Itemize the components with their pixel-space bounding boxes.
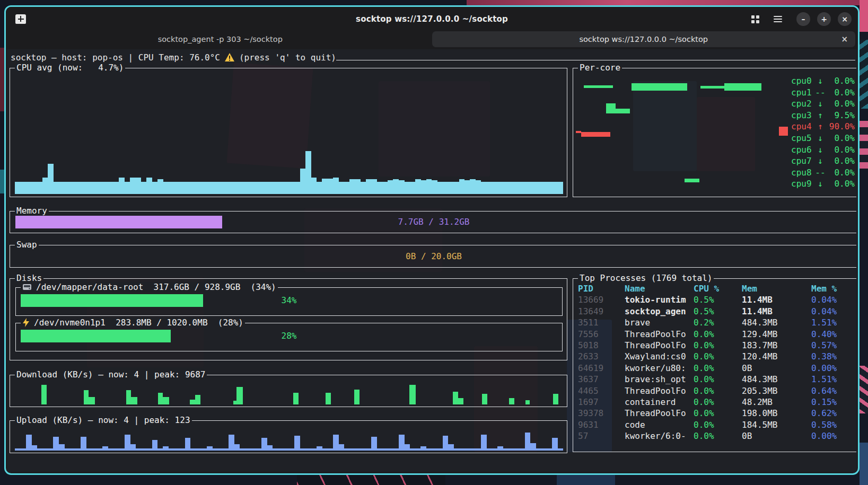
cpu-history-bar: [81, 182, 86, 194]
process-mem-pct: 0.00%: [811, 363, 854, 374]
process-mem: 184.5MB: [742, 419, 811, 430]
upload-bar: [481, 435, 487, 451]
layout-grid-icon[interactable]: [751, 15, 759, 23]
core-trend-icon: --: [813, 87, 827, 99]
core-trend-icon: ↓: [813, 75, 827, 87]
menu-icon[interactable]: [774, 16, 782, 22]
upload-bar: [376, 448, 382, 451]
process-row[interactable]: 57kworker/6:0-0.0%0B0.00%: [578, 430, 854, 442]
download-bar: [293, 393, 299, 404]
tab-close-icon[interactable]: ×: [841, 34, 848, 44]
per-core-list: cpu0↓0.0%cpu1--0.0%cpu2↓0.0%cpu3↑9.5%cpu…: [791, 75, 855, 190]
cpu-history-bar: [240, 182, 246, 194]
upload-bar: [125, 435, 130, 451]
column-header[interactable]: CPU %: [694, 283, 742, 294]
core-sparkline-segment: [700, 86, 724, 89]
upload-bar: [212, 448, 218, 451]
cpu-history-bar: [536, 182, 541, 194]
memory-gauge-label: 7.7GB / 31.2GB: [10, 217, 856, 227]
wallpaper-shape: [860, 443, 868, 485]
column-header[interactable]: Mem: [742, 283, 811, 294]
quit-hint-text: (press 'q' to quit): [239, 52, 336, 63]
process-mem-pct: 0.04%: [811, 294, 854, 305]
maximize-button[interactable]: +: [817, 12, 831, 26]
process-name: containerd: [625, 396, 694, 408]
upload-bar: [536, 448, 541, 451]
cpu-history-bar: [157, 179, 163, 194]
core-sparkline-segment: [576, 131, 581, 133]
process-name: brave:sh_opt: [625, 374, 694, 385]
process-pid: 13649: [578, 306, 625, 317]
upload-bar: [317, 446, 322, 451]
process-row[interactable]: 7556ThreadPoolFo0.0%129.4MB0.40%: [578, 329, 854, 340]
core-row-cpu5: cpu5↓0.0%: [791, 133, 855, 144]
tab-socktop-ws[interactable]: socktop ws://127.0.0.0 ~/socktop ×: [432, 31, 856, 47]
wallpaper-shape: [0, 170, 4, 193]
column-header[interactable]: PID: [578, 283, 625, 294]
core-value: 0.0%: [827, 133, 855, 144]
process-row[interactable]: 3637brave:sh_opt0.0%484.3MB1.51%: [578, 374, 854, 385]
cpu-history-bar: [541, 182, 547, 194]
process-row[interactable]: 3511brave0.2%484.3MB1.51%: [578, 317, 854, 328]
upload-panel: Upload (KB/s) — now: 4 | peak: 123: [10, 420, 567, 453]
process-mem: 129.4MB: [742, 329, 811, 340]
process-mem-pct: 0.64%: [811, 385, 854, 396]
cpu-history-bar: [426, 179, 432, 194]
process-row[interactable]: 13669tokio-runtim0.5%11.4MB0.04%: [578, 294, 854, 305]
disk-gauge-label: 28%: [16, 331, 562, 341]
cpu-history-bar: [163, 182, 169, 194]
process-row[interactable]: 1697containerd0.0%48.2MB0.15%: [578, 396, 854, 408]
wallpaper-shape: [467, 0, 868, 5]
cpu-history-bar: [360, 182, 366, 194]
tab-socktop-agent[interactable]: socktop_agent -p 303 ~/socktop: [8, 31, 432, 47]
process-row[interactable]: 9631code0.0%184.5MB0.58%: [578, 419, 854, 430]
wallpaper-shape: [0, 48, 4, 111]
upload-bar: [86, 448, 92, 451]
upload-bar: [459, 448, 465, 451]
column-header[interactable]: Name: [625, 283, 694, 294]
desktop: socktop ws://127.0.0.0 ~/socktop – + × s…: [0, 0, 868, 485]
upload-bar: [251, 448, 257, 451]
upload-bar: [360, 448, 366, 451]
cpu-history-bar: [267, 182, 273, 194]
upload-bar: [135, 448, 141, 451]
process-row[interactable]: 5018ThreadPoolFo0.0%183.7MB0.57%: [578, 340, 854, 351]
process-cpu: 0.0%: [694, 329, 742, 340]
cpu-history-bar: [481, 182, 487, 194]
upload-bar: [256, 448, 262, 451]
upload-bar: [119, 448, 125, 451]
cpu-history-bar: [366, 179, 372, 194]
process-row[interactable]: 64619kworker/u80:0.0%0B0.00%: [578, 363, 854, 374]
process-row[interactable]: 4465ThreadPoolFo0.0%205.3MB0.64%: [578, 385, 854, 396]
cpu-avg-title: CPU avg (now: 4.7%): [15, 63, 125, 73]
cpu-history-bar: [486, 182, 492, 194]
status-header: socktop — host: pop-os | CPU Temp: 76.0°…: [11, 51, 855, 63]
minimize-button[interactable]: –: [796, 12, 810, 26]
process-cpu: 0.0%: [694, 363, 742, 374]
cpu-history-bar: [212, 182, 218, 194]
upload-bar: [97, 448, 103, 451]
cpu-history-bar: [415, 179, 421, 194]
upload-bar: [81, 437, 86, 451]
core-trend-icon: ↓: [813, 98, 827, 110]
column-header[interactable]: Mem %: [811, 283, 854, 294]
process-row[interactable]: 39378ThreadPoolFo0.0%198.0MB0.62%: [578, 408, 854, 419]
upload-bar: [190, 448, 196, 451]
upload-bar: [371, 437, 377, 451]
process-row[interactable]: 2633Xwayland:cs00.0%120.4MB0.38%: [578, 351, 854, 362]
process-cpu: 0.5%: [694, 294, 742, 305]
core-name: cpu6: [791, 144, 813, 156]
core-name: cpu5: [791, 133, 813, 144]
cpu-history-bar: [245, 182, 251, 194]
process-row[interactable]: 13649socktop_agen0.5%11.4MB0.04%: [578, 306, 854, 317]
cpu-history-bar: [459, 179, 465, 194]
processes-title: Top Processes (1769 total): [578, 273, 714, 283]
download-bar: [84, 390, 89, 404]
upload-bar: [333, 435, 339, 451]
cpu-history-bar: [333, 178, 339, 194]
upload-bar: [42, 448, 48, 451]
close-button[interactable]: ×: [838, 12, 852, 26]
process-mem: 11.4MB: [742, 306, 811, 317]
core-sparkline-segment: [616, 109, 630, 113]
cpu-history-bar: [229, 182, 234, 194]
